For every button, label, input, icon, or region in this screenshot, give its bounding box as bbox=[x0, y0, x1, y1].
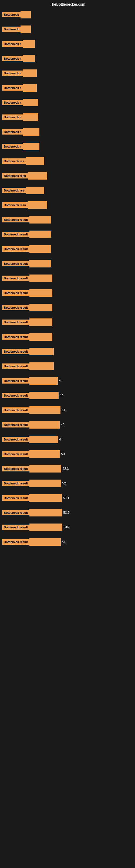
bottleneck-label: Bottleneck result bbox=[2, 217, 30, 222]
list-item: Bottleneck result54% bbox=[0, 520, 135, 534]
bottleneck-bar bbox=[23, 113, 38, 121]
list-item: Bottleneck result bbox=[0, 330, 135, 344]
list-item: Bottleneck result49 bbox=[0, 418, 135, 432]
bottleneck-bar bbox=[30, 538, 61, 546]
bottleneck-label: Bottleneck result bbox=[2, 334, 30, 340]
bottleneck-value: 51. bbox=[62, 540, 66, 544]
bottleneck-label: Bottleneck result bbox=[2, 407, 30, 413]
bottleneck-label: Bottleneck resu bbox=[2, 173, 28, 179]
list-item: Bottleneck res bbox=[0, 183, 135, 197]
bottleneck-bar bbox=[23, 99, 38, 106]
list-item: Bottleneck result44 bbox=[0, 389, 135, 403]
list-item: Bottleneck result bbox=[0, 315, 135, 329]
bottleneck-label: Bottleneck r bbox=[2, 41, 23, 46]
bottleneck-bar bbox=[23, 84, 37, 92]
bottleneck-value: 4 bbox=[59, 437, 61, 441]
bottleneck-value: 49 bbox=[61, 423, 64, 427]
bottleneck-bar bbox=[30, 479, 61, 487]
list-item: Bottleneck result52.3 bbox=[0, 462, 135, 476]
list-item: Bottleneck bbox=[0, 8, 135, 22]
bottleneck-bar bbox=[30, 362, 54, 370]
bottleneck-bar bbox=[30, 348, 54, 355]
bottleneck-label: Bottleneck result bbox=[2, 437, 30, 442]
list-item: Bottleneck r bbox=[0, 81, 135, 95]
bottleneck-label: Bottleneck result bbox=[2, 452, 30, 457]
bottleneck-value: 50 bbox=[61, 452, 64, 456]
list-item: Bottleneck r bbox=[0, 37, 135, 51]
bottleneck-bar bbox=[30, 275, 52, 282]
bottleneck-label: Bottleneck result bbox=[2, 364, 30, 369]
bottleneck-label: Bottleneck result bbox=[2, 319, 30, 325]
bottleneck-bar bbox=[26, 157, 44, 165]
list-item: Bottleneck result bbox=[0, 286, 135, 300]
bottleneck-bar bbox=[30, 318, 52, 326]
list-item: Bottleneck result bbox=[0, 227, 135, 241]
bottleneck-bar bbox=[20, 26, 31, 33]
bottleneck-bar bbox=[30, 260, 51, 268]
bottleneck-label: Bottleneck r bbox=[2, 115, 23, 120]
bottleneck-bar bbox=[30, 304, 52, 311]
bottleneck-bar bbox=[30, 436, 58, 443]
bottleneck-label: Bottleneck result bbox=[2, 539, 30, 545]
list-item: Bottleneck r bbox=[0, 66, 135, 80]
list-item: Bottleneck resu bbox=[0, 198, 135, 212]
list-item: Bottleneck r bbox=[0, 52, 135, 66]
bottleneck-label: Bottleneck r bbox=[2, 144, 23, 149]
list-item: Bottleneck result bbox=[0, 257, 135, 271]
bottleneck-value: 4 bbox=[59, 379, 61, 383]
bottleneck-label: Bottleneck r bbox=[2, 56, 23, 61]
list-item: Bottleneck result51 bbox=[0, 403, 135, 417]
bottleneck-label: Bottleneck resu bbox=[2, 203, 28, 208]
bottleneck-bar bbox=[30, 377, 58, 384]
bottleneck-label: Bottleneck bbox=[2, 12, 20, 18]
list-item: Bottleneck result4 bbox=[0, 374, 135, 388]
bottleneck-bar bbox=[30, 333, 52, 341]
bottleneck-label: Bottleneck r bbox=[2, 100, 23, 105]
bottleneck-label: Bottleneck result bbox=[2, 525, 30, 530]
bottleneck-label: Bottleneck r bbox=[2, 85, 23, 91]
list-item: Bottleneck result bbox=[0, 344, 135, 359]
bottleneck-label: Bottleneck result bbox=[2, 305, 30, 310]
list-item: Bottleneck result bbox=[0, 271, 135, 285]
list-item: Bottleneck r bbox=[0, 140, 135, 154]
list-item: Bottleneck res bbox=[0, 154, 135, 168]
bottleneck-label: Bottleneck result bbox=[2, 422, 30, 428]
list-item: Bottleneck result53.1 bbox=[0, 491, 135, 505]
list-item: Bottleneck result53.5 bbox=[0, 506, 135, 520]
bottleneck-bar bbox=[30, 465, 61, 472]
list-item: Bottleneck r bbox=[0, 125, 135, 139]
bottleneck-label: Bottleneck result bbox=[2, 378, 30, 383]
bottleneck-label: Bottleneck result bbox=[2, 393, 30, 398]
bottleneck-bar bbox=[28, 172, 47, 180]
bottleneck-bar bbox=[30, 406, 60, 414]
bottleneck-bar bbox=[23, 40, 35, 48]
bottleneck-bar bbox=[28, 201, 47, 209]
bottleneck-label: Bottleneck r bbox=[2, 129, 23, 134]
list-item: Bottleneck bbox=[0, 22, 135, 36]
list-item: Bottleneck result bbox=[0, 242, 135, 256]
site-title: TheBottlenecker.com bbox=[0, 0, 135, 8]
list-item: Bottleneck r bbox=[0, 110, 135, 124]
bottleneck-bar bbox=[30, 421, 60, 429]
bottleneck-value: 54% bbox=[63, 525, 70, 529]
list-item: Bottleneck result50 bbox=[0, 447, 135, 461]
list-item: Bottleneck result bbox=[0, 359, 135, 373]
bottleneck-label: Bottleneck res bbox=[2, 188, 26, 193]
bottleneck-value: 44 bbox=[60, 394, 63, 397]
list-item: Bottleneck result bbox=[0, 213, 135, 227]
bottleneck-bar bbox=[23, 55, 35, 62]
list-item: Bottleneck result4 bbox=[0, 432, 135, 446]
bottleneck-label: Bottleneck result bbox=[2, 495, 30, 501]
list-item: Bottleneck result51. bbox=[0, 535, 135, 549]
list-item: Bottleneck result bbox=[0, 301, 135, 315]
bottleneck-label: Bottleneck result bbox=[2, 261, 30, 267]
bottleneck-label: Bottleneck result bbox=[2, 290, 30, 296]
bottleneck-bar bbox=[30, 509, 62, 517]
bottleneck-bar bbox=[30, 289, 52, 297]
rows-container: BottleneckBottleneckBottleneck rBottlene… bbox=[0, 8, 135, 549]
bottleneck-bar bbox=[30, 245, 51, 253]
bottleneck-label: Bottleneck bbox=[2, 27, 20, 32]
bottleneck-bar bbox=[30, 230, 51, 238]
bottleneck-label: Bottleneck result bbox=[2, 466, 30, 471]
list-item: Bottleneck result52. bbox=[0, 476, 135, 490]
